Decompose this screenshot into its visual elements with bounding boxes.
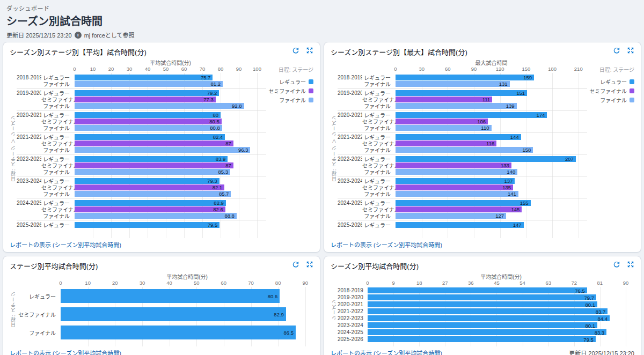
- refresh-icon[interactable]: [292, 47, 299, 54]
- bar-track: 127: [396, 212, 587, 219]
- bar[interactable]: 79.3: [75, 178, 219, 184]
- bar[interactable]: 159: [396, 75, 534, 80]
- bar[interactable]: 131: [396, 81, 510, 87]
- bar[interactable]: 80: [75, 112, 221, 118]
- bar[interactable]: 84.4: [368, 315, 610, 321]
- bar[interactable]: 77.3: [75, 97, 216, 102]
- bar[interactable]: 133: [396, 162, 511, 168]
- bar[interactable]: 82.9: [61, 307, 286, 321]
- chart-main: 平均試合時間(分)01020304050607080901002018-2019…: [17, 58, 266, 238]
- bar[interactable]: 82.1: [75, 184, 224, 190]
- chart-max-by-season-stage: 日程: ステージ ＞ シーズン最大試合時間0306090120150180210…: [331, 58, 634, 238]
- bar[interactable]: 155: [396, 200, 531, 206]
- bar-value-label: 87: [225, 140, 231, 146]
- bar[interactable]: 83.9: [75, 156, 228, 162]
- legend-entry[interactable]: レギュラー: [587, 77, 634, 86]
- refresh-icon[interactable]: [613, 47, 620, 54]
- legend-entry[interactable]: レギュラー: [266, 77, 313, 86]
- bar[interactable]: 80.6: [61, 289, 280, 303]
- refresh-icon[interactable]: [292, 261, 299, 268]
- bar[interactable]: 79.2: [75, 90, 219, 96]
- bar[interactable]: 106: [396, 119, 488, 124]
- bar[interactable]: 139: [396, 103, 517, 109]
- bar[interactable]: 174: [396, 112, 547, 118]
- refresh-icon[interactable]: [613, 261, 620, 268]
- bar[interactable]: 85.7: [75, 191, 231, 197]
- bar[interactable]: 116: [396, 140, 496, 146]
- panel-avg-by-stage: ステージ別平均試合時間(分) 日程: ステージ平均試合時間(分)01020304…: [3, 256, 320, 355]
- bar-track: 131: [396, 80, 587, 87]
- bar[interactable]: 80.1: [368, 301, 597, 307]
- bar-track: 88.8: [75, 212, 266, 219]
- plot-area: 2018-2019レギュラー75.7ファイナル81.22019-2020レギュラ…: [17, 73, 266, 238]
- expand-icon[interactable]: [627, 47, 634, 54]
- bar[interactable]: 147: [396, 222, 524, 228]
- bar[interactable]: 92.8: [75, 103, 244, 109]
- bar-label: ファイナル: [362, 212, 396, 220]
- report-link[interactable]: レポートの表示 (シーズン別平均試合時間): [331, 240, 442, 249]
- bar-track: 77.3: [75, 96, 266, 102]
- x-axis-title: 平均試合時間(分): [368, 272, 634, 280]
- bar[interactable]: 82.4: [75, 134, 225, 140]
- legend-entry[interactable]: セミファイナル: [266, 86, 313, 95]
- bar[interactable]: 86.5: [61, 326, 296, 339]
- bar[interactable]: 151: [396, 90, 527, 96]
- expand-icon[interactable]: [306, 47, 313, 54]
- bar[interactable]: 110: [396, 125, 492, 131]
- bar[interactable]: 76.5: [368, 287, 587, 293]
- bar[interactable]: 207: [396, 156, 576, 162]
- legend-entry[interactable]: セミファイナル: [587, 86, 634, 95]
- tick-label: 90: [471, 66, 477, 72]
- bar[interactable]: 141: [396, 191, 518, 197]
- bar-track: 82.6: [75, 206, 266, 212]
- bar[interactable]: 80.5: [75, 119, 222, 124]
- legend-entry[interactable]: ファイナル: [266, 95, 313, 105]
- bar[interactable]: 137: [396, 178, 515, 184]
- bar-value-label: 79.5: [208, 222, 218, 228]
- report-link[interactable]: レポートの表示 (シーズン別平均試合時間): [331, 349, 442, 355]
- bar-row: ファイナル158: [338, 146, 587, 153]
- bar[interactable]: 79.7: [368, 294, 596, 300]
- bar[interactable]: 158: [396, 147, 533, 153]
- bar[interactable]: 85.3: [75, 169, 230, 175]
- bar[interactable]: 75.7: [75, 75, 213, 80]
- info-icon[interactable]: i: [75, 32, 82, 39]
- bar-group: 2018-201976.5: [338, 287, 634, 294]
- bar[interactable]: 145: [396, 206, 522, 212]
- legend-entry-label: ファイナル: [600, 96, 627, 104]
- bar[interactable]: 80.8: [75, 125, 222, 131]
- bar[interactable]: 79.5: [368, 336, 596, 342]
- bar[interactable]: 83.7: [368, 308, 608, 314]
- bar[interactable]: 82.6: [75, 206, 225, 212]
- expand-icon[interactable]: [306, 261, 313, 268]
- expand-icon[interactable]: [627, 261, 634, 268]
- bar[interactable]: 87: [75, 140, 233, 146]
- bar[interactable]: 79.5: [75, 222, 219, 228]
- tick-label: 54: [519, 280, 525, 286]
- bar[interactable]: 82.9: [75, 200, 226, 206]
- bar[interactable]: 83.3: [368, 329, 606, 335]
- bar[interactable]: 81.2: [75, 81, 223, 87]
- viewing-as-text: mj forceとして参照: [84, 31, 135, 39]
- bar-value-label: 106: [477, 119, 486, 124]
- bar-row: 2018-201976.5: [338, 287, 634, 294]
- report-link[interactable]: レポートの表示 (シーズン別平均試合時間): [10, 349, 121, 355]
- bar[interactable]: 144: [396, 134, 521, 140]
- legend-entry-label: レギュラー: [279, 78, 306, 86]
- bar[interactable]: 140: [396, 169, 517, 175]
- legend-entry[interactable]: ファイナル: [587, 95, 634, 105]
- tick-label: 20: [108, 66, 114, 72]
- bar[interactable]: 111: [396, 97, 492, 102]
- bar[interactable]: 96.3: [75, 147, 250, 153]
- bar[interactable]: 80.1: [368, 322, 597, 328]
- bar[interactable]: 127: [396, 213, 506, 219]
- legend-color-chip: [630, 88, 634, 93]
- report-link[interactable]: レポートの表示 (シーズン別平均試合時間): [10, 240, 121, 249]
- bar-group: 2018-2019レギュラー75.7ファイナル81.2: [17, 73, 266, 88]
- bar[interactable]: 87: [75, 162, 233, 168]
- bar[interactable]: 88.8: [75, 213, 237, 219]
- bar-label: ファイナル: [41, 80, 75, 88]
- bar-label: 2020-2021: [338, 301, 368, 307]
- panel-title: シーズン別ステージ別【平均】試合時間(分): [10, 47, 147, 57]
- bar[interactable]: 135: [396, 184, 513, 190]
